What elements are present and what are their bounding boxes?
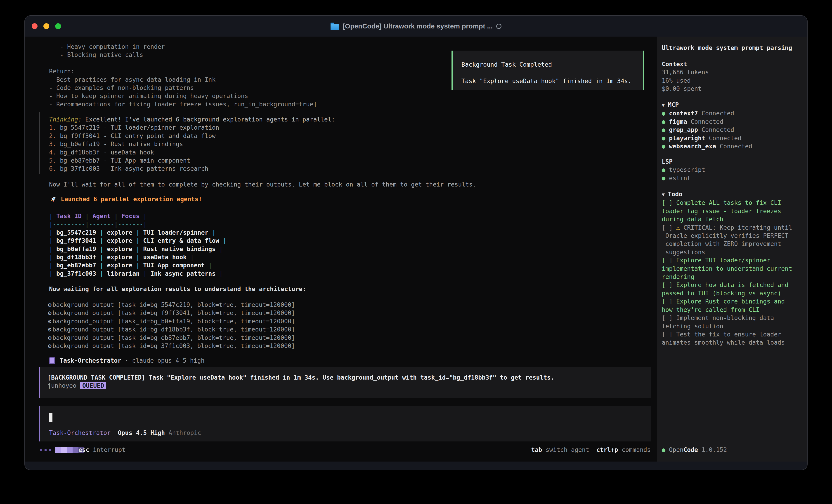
prompt-input[interactable]: Task-Orchestrator Opus 4.5 High Anthropi… bbox=[39, 406, 651, 442]
esc-label: interrupt bbox=[89, 446, 126, 453]
progress-spinner bbox=[40, 447, 84, 453]
tool-call-line: ⚙background_output [task_id=bg_b0effa19,… bbox=[48, 317, 295, 326]
app-window: [OpenCode] Ultrawork mode system prompt … bbox=[24, 16, 808, 470]
launch-text: Launched 6 parallel exploration agents! bbox=[61, 195, 202, 203]
input-agent-name[interactable]: Task-Orchestrator bbox=[49, 429, 110, 436]
lsp-item: ●eslint bbox=[662, 174, 705, 182]
status-dot-icon: ● bbox=[662, 174, 666, 181]
version-text: 1.0.152 bbox=[702, 446, 727, 453]
thinking-label: Thinking: bbox=[49, 116, 82, 123]
terminal-panel[interactable]: - Heavy computation in render - Blocking… bbox=[25, 36, 657, 461]
keybind-hints: tab switch agent ctrl+p commands bbox=[531, 446, 651, 454]
mcp-heading[interactable]: ▼MCP bbox=[662, 101, 752, 109]
esc-key: esc bbox=[78, 446, 89, 453]
mcp-item: ●grep_appConnected bbox=[662, 126, 752, 134]
completed-text: [BACKGROUND TASK COMPLETED] Task "Explor… bbox=[48, 373, 651, 382]
status-dot-icon: ● bbox=[662, 446, 666, 453]
todo-item: [ ] Explore TUI loader/spinner implement… bbox=[662, 256, 804, 281]
window-title: [OpenCode] Ultrawork mode system prompt … bbox=[343, 22, 493, 30]
rocket-icon bbox=[49, 195, 57, 203]
todo-item: [ ] Test the fix to ensure loader animat… bbox=[662, 330, 804, 347]
thinking-item: 1. bg_5547c219 - TUI loader/spinner expl… bbox=[49, 123, 335, 132]
status-bar: esc interrupt tab switch agent ctrl+p co… bbox=[25, 446, 657, 454]
brand-code: Code bbox=[683, 446, 698, 453]
gear-icon: ⚙ bbox=[48, 309, 52, 316]
mcp-section: ▼MCP ●context7Connected ●figmaConnected … bbox=[662, 101, 752, 150]
table-row: | bg_b0effa19 | explore | Rust native bi… bbox=[49, 245, 227, 253]
agent-avatar-icon bbox=[49, 357, 55, 364]
status-dot-icon: ● bbox=[662, 135, 666, 142]
context-used: 16% used bbox=[662, 77, 709, 85]
tool-call-line: ⚙background_output [task_id=bg_eb87ebb7,… bbox=[48, 334, 295, 342]
notification-title: Background Task Completed bbox=[462, 56, 643, 73]
status-dot-icon: ● bbox=[662, 143, 666, 150]
opencode-status: ●OpenCode1.0.152 bbox=[662, 446, 727, 454]
table-row: | bg_eb87ebb7 | explore | TUI App compon… bbox=[49, 261, 227, 270]
thinking-item: 2. bg_f9ff3041 - CLI entry point and dat… bbox=[49, 132, 335, 140]
todo-item: [ ] Implement non-blocking data fetching… bbox=[662, 314, 804, 330]
todo-section: ▼Todo [ ] Complete ALL tasks to fix CLI … bbox=[662, 190, 804, 347]
todo-item: [ ] Explore how data is fetched and pass… bbox=[662, 281, 804, 298]
text-cursor bbox=[49, 413, 52, 422]
thinking-item: 5. bg_eb87ebb7 - TUI App main component bbox=[49, 157, 335, 165]
todo-item: [ ] ⚠ CRITICAL: Keep iterating until Ora… bbox=[662, 224, 804, 256]
todo-heading[interactable]: ▼Todo bbox=[662, 190, 804, 199]
tool-call-line: ⚙background_output [task_id=bg_5547c219,… bbox=[48, 301, 295, 309]
table-header-row: | Task ID | Agent | Focus | bbox=[49, 212, 227, 220]
ctrlp-key: ctrl+p bbox=[596, 446, 618, 453]
notification-toast: Background Task Completed Task "Explore … bbox=[451, 51, 644, 90]
tool-call-line: ⚙background_output [task_id=bg_f9ff3041,… bbox=[48, 309, 295, 317]
tool-calls: ⚙background_output [task_id=bg_5547c219,… bbox=[48, 301, 295, 350]
mcp-item: ●websearch_exaConnected bbox=[662, 142, 752, 150]
notification-body: Task "Explore useData hook" finished in … bbox=[462, 73, 643, 89]
agent-header: Task-Orchestrator · claude-opus-4-5-high bbox=[49, 357, 204, 365]
mcp-item: ●playwrightConnected bbox=[662, 134, 752, 142]
gear-icon: ⚙ bbox=[48, 334, 52, 341]
folder-icon bbox=[331, 24, 339, 30]
tab-key: tab bbox=[531, 446, 542, 453]
context-spent: $0.00 spent bbox=[662, 85, 709, 93]
agent-name: Task-Orchestrator bbox=[60, 357, 121, 365]
status-dot-icon: ● bbox=[662, 110, 666, 117]
gear-icon: ⚙ bbox=[48, 301, 52, 308]
gear-icon: ⚙ bbox=[48, 318, 52, 325]
table-row: | bg_37f1c003 | librarian | Ink async pa… bbox=[49, 270, 227, 278]
close-button[interactable] bbox=[32, 23, 37, 29]
gear-icon: ⚙ bbox=[48, 326, 52, 333]
warning-icon: ⚠ bbox=[676, 224, 683, 231]
thinking-item: 6. bg_37f1c003 - Ink async patterns rese… bbox=[49, 165, 335, 173]
sidebar: Ultrawork mode system prompt parsing Con… bbox=[657, 36, 808, 461]
todo-item: [ ] Complete ALL tasks to fix CLI loader… bbox=[662, 199, 804, 223]
thinking-block: Thinking: Excellent! I've launched 6 bac… bbox=[39, 112, 335, 174]
esc-hint: esc interrupt bbox=[78, 446, 126, 454]
collapse-icon: ▼ bbox=[662, 102, 665, 108]
thinking-item: 3. bg_b0effa19 - Rust native bindings bbox=[49, 140, 335, 148]
scrollback-text: - Heavy computation in render - Blocking… bbox=[49, 43, 317, 108]
lsp-heading: LSP bbox=[662, 158, 705, 166]
context-heading: Context bbox=[662, 60, 709, 68]
table-row: | bg_5547c219 | explore | TUI loader/spi… bbox=[49, 228, 227, 236]
input-agent-line[interactable]: Task-Orchestrator Opus 4.5 High Anthropi… bbox=[49, 429, 201, 437]
zoom-button[interactable] bbox=[55, 23, 61, 29]
lsp-item: ●typescript bbox=[662, 166, 705, 174]
table-row: | bg_f9ff3041 | explore | CLI entry & da… bbox=[49, 236, 227, 245]
mcp-item: ●context7Connected bbox=[662, 109, 752, 117]
status-dot-icon: ● bbox=[662, 126, 666, 133]
titlebar[interactable]: [OpenCode] Ultrawork mode system prompt … bbox=[25, 16, 807, 36]
minimize-button[interactable] bbox=[44, 23, 49, 29]
collapse-icon: ▼ bbox=[662, 192, 665, 197]
ctrlp-label: commands bbox=[618, 446, 651, 453]
task-table: | Task ID | Agent | Focus | |---------|-… bbox=[49, 212, 227, 278]
thinking-item: 4. bg_df18bb3f - useData hook bbox=[49, 148, 335, 157]
gear-icon: ⚙ bbox=[48, 342, 52, 349]
context-tokens: 31,686 tokens bbox=[662, 68, 709, 76]
tool-call-line: ⚙background_output [task_id=bg_df18bb3f,… bbox=[48, 326, 295, 334]
session-title: Ultrawork mode system prompt parsing bbox=[662, 44, 792, 52]
todo-item: [ ] Explore Rust core bindings and how t… bbox=[662, 298, 804, 314]
traffic-lights bbox=[32, 23, 61, 29]
completed-banner: [BACKGROUND TASK COMPLETED] Task "Explor… bbox=[39, 367, 651, 398]
status-dot-icon: ● bbox=[662, 118, 666, 125]
brand-open: Open bbox=[669, 446, 683, 453]
table-separator: |---------|-------|-------| bbox=[49, 220, 227, 228]
input-model[interactable]: Opus 4.5 High bbox=[118, 429, 165, 436]
